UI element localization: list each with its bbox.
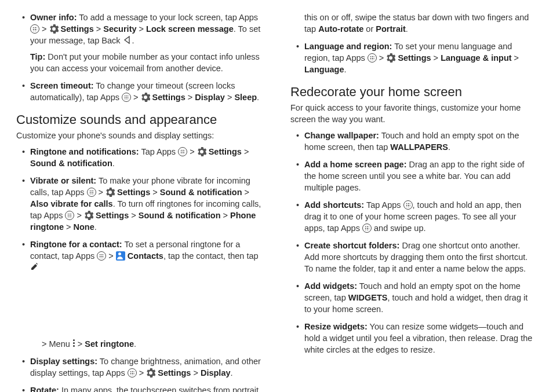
apps-icon (368, 53, 377, 63)
widgets-item: Add widgets: Touch and hold an empty spo… (299, 280, 537, 315)
apps-icon (65, 211, 74, 220)
customize-sounds-intro: Customize your phone's sounds and displa… (16, 130, 263, 141)
rotate-item: Rotate: In many apps, the touchscreen sw… (24, 384, 263, 392)
apps-icon (403, 200, 413, 210)
owner-info-tip: Tip: Don't put your mobile number as you… (30, 51, 263, 74)
folders-item: Create shortcut folders: Drag one shortc… (299, 240, 537, 274)
gear-icon (197, 147, 206, 156)
gear-icon (146, 368, 155, 378)
redecorate-heading: Redecorate your home screen (290, 83, 537, 101)
add-page-item: Add a home screen page: Drag an app to t… (299, 159, 537, 193)
gear-icon (141, 93, 150, 102)
redecorate-intro: For quick access to your favorite things… (290, 102, 537, 125)
apps-icon (178, 147, 187, 156)
owner-info-label: Owner info: (30, 13, 77, 22)
ringtone-item: Ringtone and notifications: Tap Apps > S… (24, 146, 263, 169)
gear-icon (105, 188, 115, 197)
apps-icon (122, 93, 131, 102)
contacts-icon (116, 251, 125, 261)
vibrate-item: Vibrate or silent: To make your phone vi… (24, 175, 263, 233)
owner-info-item: Owner info: To add a message to your loc… (24, 12, 263, 74)
left-column: Owner info: To add a message to your loc… (16, 12, 263, 392)
display-settings-item: Display settings: To change brightness, … (24, 356, 263, 379)
apps-icon (87, 188, 96, 197)
rotate-continuation: this on or off, swipe the status bar dow… (290, 12, 537, 35)
shortcuts-item: Add shortcuts: Tap Apps , touch and hold… (299, 199, 537, 234)
apps-icon (30, 24, 39, 34)
back-icon (123, 35, 132, 45)
gear-icon (49, 24, 59, 34)
page-columns: Owner info: To add a message to your loc… (16, 12, 537, 392)
resize-widgets-item: Resize widgets: You can resize some widg… (299, 321, 537, 356)
pencil-icon (30, 262, 39, 271)
gear-icon (386, 53, 395, 63)
customize-sounds-heading: Customize sounds and appearance (16, 111, 263, 129)
apps-icon (362, 224, 372, 233)
language-item: Language and region: To set your menu la… (299, 41, 537, 75)
menu-icon (72, 339, 75, 348)
right-column: this on or off, swipe the status bar dow… (290, 12, 537, 392)
wallpaper-item: Change wallpaper: Touch and hold an empt… (299, 130, 537, 153)
gear-icon (84, 211, 93, 220)
apps-icon (128, 368, 137, 378)
apps-icon (97, 251, 106, 261)
contact-ringtone-item: Ringtone for a contact: To set a persona… (24, 239, 263, 350)
screen-timeout-item: Screen timeout: To change your timeout (… (24, 80, 263, 103)
